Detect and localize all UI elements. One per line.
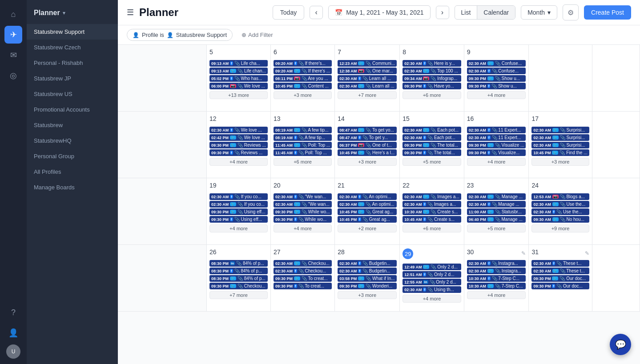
post-item-28-0[interactable]: 02:30 AMf📎 Budgetin...	[338, 260, 397, 267]
post-item-15-1[interactable]: 02:30 AMf📎 Each pot...	[403, 134, 461, 141]
edit-icon-day-30[interactable]: ✎	[521, 250, 526, 256]
nav-item-statusbrew-czech[interactable]: Statusbrew Czech	[27, 40, 118, 55]
profile-filter-chip[interactable]: 👤 Profile is 👤 Statusbrew Support	[127, 29, 233, 41]
month-dropdown-button[interactable]: Month ▾	[521, 5, 557, 20]
post-item-6-3[interactable]: 10:45 PM🐦📎 Content ...	[274, 83, 332, 89]
post-item-31-1[interactable]: 02:30 AM🐦📎 These t...	[531, 268, 589, 274]
post-item-29-2[interactable]: 12:55 AMin📎 Only 2 d...	[403, 279, 461, 285]
more-link-day-13[interactable]: +6 more	[274, 158, 332, 166]
post-item-7-3[interactable]: 02:30 AM🐦📎 Learn all ...	[338, 83, 397, 89]
menu-icon[interactable]: ☰	[127, 8, 134, 17]
nav-item-statusbrew-support[interactable]: Statusbrew Support	[27, 24, 118, 40]
post-item-19-2[interactable]: 09:30 PM🐦📎 Using eff...	[209, 208, 268, 215]
post-item-15-0[interactable]: 02:30 AM🐦📎 Each pot...	[403, 127, 461, 133]
post-item-6-2[interactable]: 08:11 PM📷📎 Are you ...	[274, 75, 332, 82]
sidebar-icon-inbox[interactable]: ✉	[4, 46, 22, 64]
post-item-8-1[interactable]: 02:30 AM🐦📎 Top 100 ...	[403, 68, 461, 74]
post-item-22-2[interactable]: 10:30 AM🐦📎 Create s...	[403, 208, 461, 215]
sidebar-icon-analytics[interactable]: ◎	[4, 67, 22, 84]
post-item-31-3[interactable]: 09:30 PMf📎 Our doc...	[531, 283, 589, 289]
post-item-15-3[interactable]: 09:30 PMf📎 The total...	[403, 149, 461, 156]
nav-item-all-profiles[interactable]: All Profiles	[27, 164, 118, 180]
more-link-day-23[interactable]: +5 more	[467, 224, 526, 232]
more-link-day-26[interactable]: +7 more	[209, 291, 268, 299]
create-post-button[interactable]: Create Post	[584, 5, 631, 20]
list-view-button[interactable]: List	[455, 6, 478, 19]
post-item-5-2[interactable]: 05:02 PMf📎 Who has...	[209, 75, 268, 82]
post-item-24-0[interactable]: 12:53 AM📷📎 Blogs a...	[531, 193, 589, 200]
nav-item-promotional-accounts[interactable]: Promotional Accounts	[27, 102, 118, 117]
post-item-27-0[interactable]: 02:30 AM🐦📎 Checkou...	[274, 260, 332, 267]
post-item-9-2[interactable]: 09:30 PM🐦📎 Show u...	[467, 75, 526, 82]
post-item-22-1[interactable]: 02:30 AMf📎 Images a...	[403, 201, 461, 208]
post-item-23-1[interactable]: 02:30 AMf📎 Manage ...	[467, 201, 526, 208]
more-link-day-7[interactable]: +7 more	[338, 91, 397, 99]
more-link-day-16[interactable]: +4 more	[467, 158, 526, 166]
post-item-9-0[interactable]: 02:30 AM🐦📎 Confuse...	[467, 60, 526, 67]
post-item-17-2[interactable]: 02:30 AM🐦📎 Surprisi...	[531, 142, 589, 148]
post-item-13-3[interactable]: 11:45 AMf📎 Poll: Top ...	[274, 149, 332, 156]
post-item-14-2[interactable]: 06:37 PM📷📎 One of t...	[338, 142, 397, 148]
post-item-5-0[interactable]: 09:13 AMf📎 Life cha...	[209, 60, 268, 67]
more-link-day-12[interactable]: +4 more	[209, 158, 268, 166]
post-item-26-1[interactable]: 08:30 PMf📎 84% of p...	[209, 268, 268, 274]
post-item-17-0[interactable]: 02:30 AM🐦📎 Surprisi...	[531, 127, 589, 133]
post-item-30-3[interactable]: 10:30 AM🐦📎 7-Step C...	[467, 283, 526, 289]
post-item-13-1[interactable]: 08:19 AMf📎 A few tip...	[274, 134, 332, 141]
post-item-27-1[interactable]: 02:30 AMf📎 Checkou...	[274, 268, 332, 274]
post-item-28-1[interactable]: 02:30 AMf📎 Budgetin...	[338, 268, 397, 274]
more-link-day-17[interactable]: +3 more	[531, 158, 589, 166]
post-item-13-2[interactable]: 11:45 AM🐦📎 Poll: Top ...	[274, 142, 332, 148]
post-item-24-3[interactable]: 09:30 AM🐦📎 No hou...	[531, 216, 589, 223]
prev-arrow[interactable]: ‹	[310, 6, 323, 19]
post-item-6-1[interactable]: 09:20 AM🐦📎 If there's ...	[274, 68, 332, 74]
post-item-26-3[interactable]: 09:30 PM🐦📎 Checkou...	[209, 283, 268, 289]
post-item-29-1[interactable]: 12:51 AMf📎 Only 2 d...	[403, 271, 461, 278]
nav-item-personal-group[interactable]: Personal Group	[27, 148, 118, 164]
sidebar-icon-publish[interactable]: ✈	[4, 26, 22, 44]
more-link-day-21[interactable]: +2 more	[338, 224, 397, 232]
edit-icon-day-31[interactable]: ✎	[585, 250, 589, 256]
post-item-26-2[interactable]: 08:30 PM🐦📎 84% of p...	[209, 275, 268, 282]
post-item-16-0[interactable]: 02:30 AMf📎 11 Expert...	[467, 127, 526, 133]
more-link-day-19[interactable]: +4 more	[209, 224, 268, 232]
more-link-day-30[interactable]: +4 more	[467, 291, 526, 299]
nav-dropdown-icon[interactable]: ▾	[63, 10, 65, 16]
user-avatar[interactable]: U	[6, 344, 20, 359]
nav-item-statusbrew-us[interactable]: Statusbrew US	[27, 86, 118, 102]
post-item-16-1[interactable]: 02:30 AMf📎 11 Expert...	[467, 134, 526, 141]
more-link-day-22[interactable]: +6 more	[403, 224, 461, 232]
calendar-view-button[interactable]: Calendar	[477, 6, 515, 19]
post-item-23-2[interactable]: 11:00 AM🐦📎 Statusbr...	[467, 208, 526, 215]
post-item-27-3[interactable]: 09:30 PMf📎 To creat...	[274, 283, 332, 289]
post-item-31-2[interactable]: 09:30 PM🐦📎 Our doc...	[531, 275, 589, 282]
post-item-14-0[interactable]: 08:47 AM🐦📎 To get yo...	[338, 127, 397, 133]
post-item-7-2[interactable]: 02:30 AMf📎 Learn all ...	[338, 75, 397, 82]
next-arrow[interactable]: ›	[436, 6, 449, 19]
post-item-9-3[interactable]: 09:30 PMf📎 Show u...	[467, 83, 526, 89]
nav-item-personal---rishabh[interactable]: Personal - Rishabh	[27, 55, 118, 71]
post-item-23-0[interactable]: 02:30 AM🐦📎 Manage ...	[467, 193, 526, 200]
post-item-9-1[interactable]: 02:30 AMf📎 Confuse...	[467, 68, 526, 74]
post-item-8-0[interactable]: 02:30 AMf📎 Here is y...	[403, 60, 461, 67]
post-item-24-1[interactable]: 02:30 AM🐦📎 Use the...	[531, 201, 589, 208]
post-item-21-1[interactable]: 02:30 AM🐦📎 An optimi...	[338, 201, 397, 208]
more-link-day-8[interactable]: +6 more	[403, 91, 461, 99]
post-item-22-3[interactable]: 10:45 AMf📎 Create s...	[403, 216, 461, 223]
nav-item-statusbrewhq[interactable]: StatusbrewHQ	[27, 133, 118, 148]
add-filter-button[interactable]: ⊕ Add Filter	[236, 29, 278, 40]
post-item-29-3[interactable]: 02:30 AMf📎 Using th...	[403, 286, 461, 293]
more-link-day-24[interactable]: +9 more	[531, 224, 589, 232]
more-link-day-9[interactable]: +4 more	[467, 91, 526, 99]
post-item-8-3[interactable]: 09:30 PMf📎 Have yo...	[403, 83, 461, 89]
post-item-19-1[interactable]: 02:30 AM🐦📎 If you co...	[209, 201, 268, 208]
today-button[interactable]: Today	[273, 5, 304, 20]
post-item-22-0[interactable]: 02:30 AM🐦📎 Images a...	[403, 193, 461, 200]
post-item-19-3[interactable]: 09:30 PMf📎 Using eff...	[209, 216, 268, 223]
post-item-15-2[interactable]: 09:30 PM🐦📎 The total...	[403, 142, 461, 148]
post-item-16-3[interactable]: 09:30 PMf📎 Visualize...	[467, 149, 526, 156]
post-item-17-3[interactable]: 10:45 PM🐦📎 Find the ...	[531, 149, 589, 156]
post-item-29-0[interactable]: 12:49 AM🐦📎 Only 2 d...	[403, 264, 461, 270]
post-item-28-2[interactable]: 03:58 PM🐦📎 What if In...	[338, 275, 397, 282]
post-item-6-0[interactable]: 09:20 AMf📎 If there's...	[274, 60, 332, 67]
